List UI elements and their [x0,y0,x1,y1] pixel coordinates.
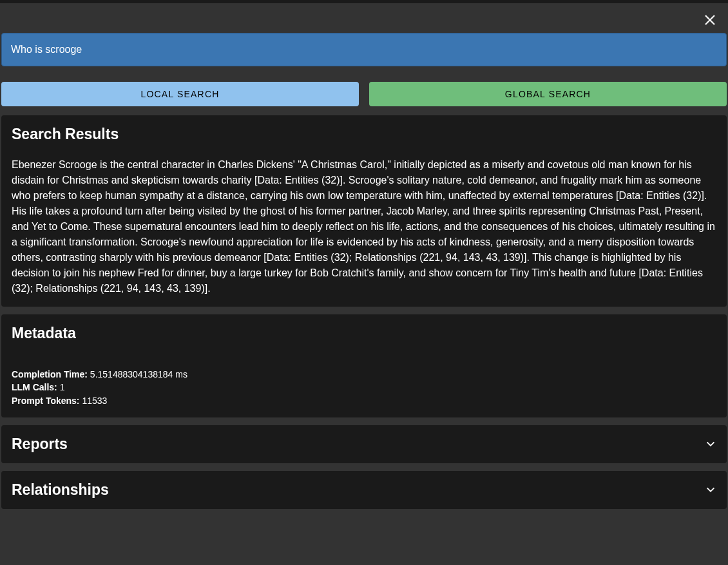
metadata-title: Metadata [12,325,716,342]
close-row [0,3,728,33]
search-input-container [0,33,728,82]
global-search-button[interactable]: GLOBAL SEARCH [369,82,727,106]
reports-title: Reports [12,436,68,453]
chevron-down-icon [705,484,716,495]
chevron-down-icon [705,438,716,450]
search-button-row: LOCAL SEARCH GLOBAL SEARCH [0,82,728,115]
close-icon[interactable] [704,14,716,26]
search-input[interactable] [1,33,727,66]
metadata-prompt-tokens-value: 11533 [82,396,107,406]
metadata-llm-calls: LLM Calls: 1 [12,381,716,394]
relationships-accordion[interactable]: Relationships [1,471,727,509]
metadata-llm-calls-label: LLM Calls: [12,382,57,392]
metadata-completion-time: Completion Time: 5.151488304138184 ms [12,368,716,381]
metadata-llm-calls-value: 1 [60,382,65,392]
metadata-prompt-tokens: Prompt Tokens: 11533 [12,394,716,407]
metadata-panel: Metadata Completion Time: 5.151488304138… [1,314,727,417]
metadata-completion-time-value: 5.151488304138184 ms [90,369,187,379]
search-results-title: Search Results [12,126,716,143]
local-search-button[interactable]: LOCAL SEARCH [1,82,359,106]
relationships-title: Relationships [12,481,109,499]
metadata-prompt-tokens-label: Prompt Tokens: [12,396,80,406]
search-results-body: Ebenezer Scrooge is the central characte… [12,143,716,296]
metadata-completion-time-label: Completion Time: [12,369,88,379]
reports-accordion[interactable]: Reports [1,425,727,463]
search-results-panel: Search Results Ebenezer Scrooge is the c… [1,115,727,307]
